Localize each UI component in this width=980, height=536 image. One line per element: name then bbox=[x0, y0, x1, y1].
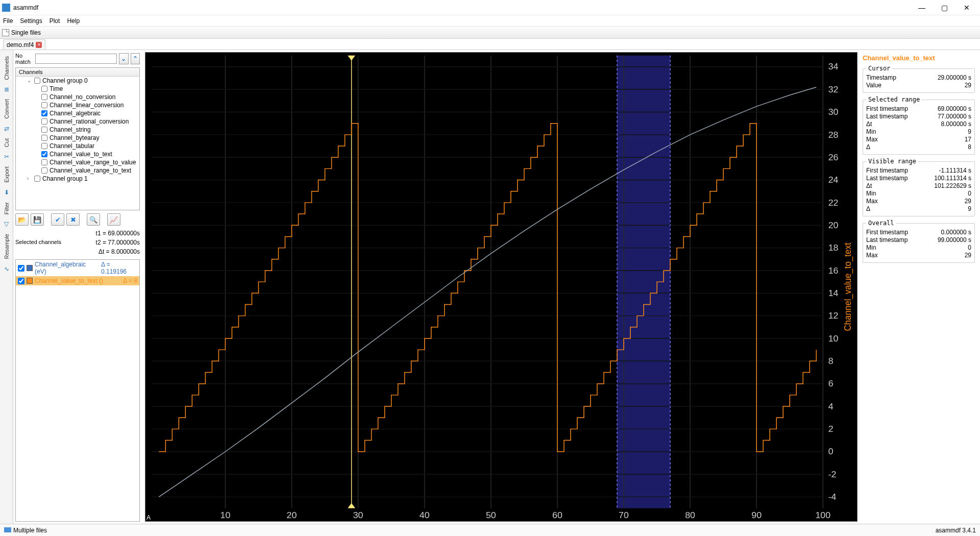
tree-item-checkbox[interactable] bbox=[41, 135, 47, 141]
group1-checkbox[interactable] bbox=[34, 176, 40, 182]
statusbar-left[interactable]: Multiple files bbox=[4, 527, 47, 534]
sidetab-resample[interactable]: Resample bbox=[3, 230, 11, 263]
search-prev-button[interactable]: ⌃ bbox=[131, 53, 140, 64]
left-panel: No match ⌄ ⌃ Channels ⌄ Channel group 0 … bbox=[13, 50, 143, 524]
tree-item-checkbox[interactable] bbox=[41, 118, 47, 125]
menu-settings[interactable]: Settings bbox=[20, 17, 42, 25]
menu-help[interactable]: Help bbox=[67, 17, 80, 25]
sidetab-cut[interactable]: Cut bbox=[3, 134, 11, 151]
time-stats: t1 = 69.000000s t2 = 77.000000s Δt = 8.0… bbox=[96, 229, 140, 256]
sel-channel-checkbox[interactable] bbox=[18, 278, 24, 284]
tree-item[interactable]: Channel_rational_conversion bbox=[16, 117, 139, 126]
close-button[interactable]: ✕ bbox=[955, 0, 978, 15]
sel-channel-checkbox[interactable] bbox=[18, 265, 24, 272]
sel-channel-name: Channel_value_to_text () bbox=[35, 277, 103, 284]
tree-group-1[interactable]: › Channel group 1 bbox=[16, 175, 139, 183]
tree-item-label: Channel_bytearay bbox=[50, 135, 99, 141]
plot-area: 102030405060708090100-4-2024681012141618… bbox=[143, 50, 860, 524]
sidetab-convert[interactable]: Convert bbox=[3, 95, 11, 123]
stat-key: Last timestamp bbox=[866, 236, 908, 244]
stat-key: Timestamp bbox=[866, 74, 896, 82]
toolbar: 📂 💾 ✔ ✖ 🔍 📈 bbox=[15, 212, 140, 227]
chevron-right-icon[interactable]: › bbox=[27, 176, 32, 181]
svg-text:30: 30 bbox=[828, 107, 839, 117]
app-icon bbox=[2, 4, 10, 12]
stat-value: 9 bbox=[968, 205, 971, 213]
tree-item-checkbox[interactable] bbox=[41, 94, 47, 100]
channels-icon: ≣ bbox=[2, 85, 11, 94]
visible-range-group: Visible rangeFirst timestamp-1.111314 sL… bbox=[863, 158, 975, 216]
tree-item[interactable]: Channel_value_range_to_text bbox=[16, 166, 139, 175]
tree-item-checkbox[interactable] bbox=[41, 143, 47, 149]
check-button[interactable]: ✔ bbox=[51, 213, 64, 226]
stat-row: Max17 bbox=[866, 136, 971, 143]
tree-item[interactable]: Time bbox=[16, 85, 139, 93]
sidetab-filter[interactable]: Filter bbox=[3, 198, 11, 218]
stat-row: First timestamp0.000000 s bbox=[866, 229, 971, 236]
tree-item-label: Channel_rational_conversion bbox=[50, 118, 129, 125]
tree-item-checkbox[interactable] bbox=[41, 159, 47, 165]
clear-button[interactable]: ✖ bbox=[66, 213, 80, 226]
tree-item-checkbox[interactable] bbox=[41, 86, 47, 92]
svg-text:24: 24 bbox=[828, 175, 839, 185]
chevron-down-icon[interactable]: ⌄ bbox=[27, 78, 32, 83]
axis-corner-label: A bbox=[146, 514, 151, 521]
selected-channels-list[interactable]: Channel_algebraic (eV) Δ = 0.119196 Chan… bbox=[15, 259, 140, 522]
document-tabs: demo.mf4 × bbox=[0, 39, 980, 50]
cursor-group: CursorTimestamp29.000000 sValue29 bbox=[863, 65, 975, 93]
minimize-button[interactable]: — bbox=[911, 0, 933, 15]
tree-item-checkbox[interactable] bbox=[41, 102, 47, 108]
plot-button[interactable]: 📈 bbox=[107, 213, 120, 226]
stat-value: 99.000000 s bbox=[938, 236, 971, 244]
menu-plot[interactable]: Plot bbox=[50, 17, 60, 25]
stat-row: Last timestamp100.111314 s bbox=[866, 175, 971, 182]
tree-item-checkbox[interactable] bbox=[41, 151, 47, 157]
tree-item-label: Channel_value_range_to_value bbox=[50, 159, 136, 165]
resample-icon: ∿ bbox=[2, 264, 11, 274]
tree-item[interactable]: Channel_value_to_text bbox=[16, 150, 139, 158]
svg-text:14: 14 bbox=[828, 288, 839, 298]
channels-tree[interactable]: Channels ⌄ Channel group 0 TimeChannel_n… bbox=[15, 67, 140, 210]
doc-tab-demo[interactable]: demo.mf4 × bbox=[3, 39, 45, 50]
stat-row: Last timestamp99.000000 s bbox=[866, 236, 971, 244]
stat-value: 101.222629 s bbox=[934, 182, 971, 190]
tree-item[interactable]: Channel_algebraic bbox=[16, 109, 139, 117]
maximize-button[interactable]: ▢ bbox=[933, 0, 955, 15]
tree-item-checkbox[interactable] bbox=[41, 167, 47, 174]
tree-item[interactable]: Channel_tabular bbox=[16, 142, 139, 150]
sel-channel-name: Channel_algebraic (eV) bbox=[35, 261, 99, 275]
svg-text:26: 26 bbox=[828, 152, 839, 162]
sidetab-export[interactable]: Export bbox=[3, 162, 11, 187]
tree-item[interactable]: Channel_no_conversion bbox=[16, 93, 139, 101]
window-title: asammdf bbox=[13, 4, 38, 11]
svg-text:34: 34 bbox=[828, 62, 839, 72]
stat-value: 0 bbox=[968, 244, 971, 252]
tree-item[interactable]: Channel_linear_conversion bbox=[16, 101, 139, 109]
tree-item-checkbox[interactable] bbox=[41, 110, 47, 116]
plot[interactable]: 102030405060708090100-4-2024681012141618… bbox=[145, 52, 857, 522]
svg-text:-4: -4 bbox=[828, 492, 837, 502]
search-button[interactable]: 🔍 bbox=[87, 213, 100, 226]
svg-text:0: 0 bbox=[828, 447, 834, 457]
search-next-button[interactable]: ⌄ bbox=[119, 53, 128, 64]
stat-value: 9 bbox=[968, 128, 971, 136]
menu-file[interactable]: File bbox=[3, 17, 13, 25]
tree-group-0[interactable]: ⌄ Channel group 0 bbox=[16, 77, 139, 85]
dt-value: Δt = 8.000000s bbox=[96, 247, 140, 256]
selected-channel-row[interactable]: Channel_value_to_text () Δ = 8 bbox=[16, 276, 139, 285]
tree-item[interactable]: Channel_value_range_to_value bbox=[16, 158, 139, 166]
tree-item[interactable]: Channel_bytearay bbox=[16, 134, 139, 142]
stat-row: Timestamp29.000000 s bbox=[866, 74, 971, 82]
tree-item[interactable]: Channel_string bbox=[16, 126, 139, 134]
open-button[interactable]: 📂 bbox=[15, 213, 29, 226]
tree-item-checkbox[interactable] bbox=[41, 127, 47, 133]
sidetab-channels[interactable]: Channels bbox=[3, 52, 11, 84]
mode-tab-single-files[interactable]: Single files bbox=[11, 29, 41, 36]
group0-checkbox[interactable] bbox=[34, 78, 40, 84]
cursor-legend: Cursor bbox=[866, 65, 892, 72]
save-button[interactable]: 💾 bbox=[31, 213, 44, 226]
close-tab-icon[interactable]: × bbox=[36, 42, 42, 48]
search-input[interactable] bbox=[35, 54, 117, 64]
tree-item-label: Channel_no_conversion bbox=[50, 94, 115, 100]
selected-channel-row[interactable]: Channel_algebraic (eV) Δ = 0.119196 bbox=[16, 260, 139, 276]
